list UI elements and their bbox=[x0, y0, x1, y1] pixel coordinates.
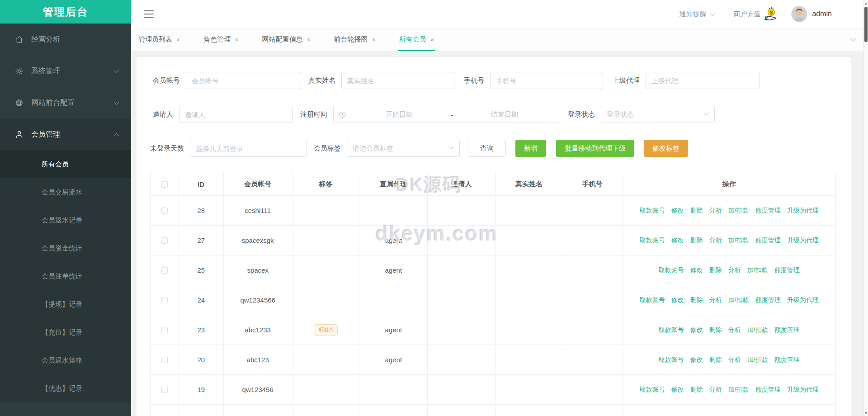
real-name-input[interactable] bbox=[341, 72, 454, 89]
action-link[interactable]: 删除 bbox=[709, 266, 722, 274]
row-checkbox[interactable] bbox=[161, 327, 168, 333]
sidebar-item-business-analysis[interactable]: 经营分析 bbox=[0, 24, 131, 55]
tab-close-icon[interactable]: × bbox=[235, 36, 238, 43]
action-link[interactable]: 修改 bbox=[671, 386, 684, 394]
tab-frontend-carousel[interactable]: 前台轮播图× bbox=[333, 28, 377, 51]
action-link[interactable]: 修改 bbox=[671, 236, 684, 245]
notification-dropdown[interactable]: 通知提醒 bbox=[679, 10, 714, 19]
action-link[interactable]: 取款账号 bbox=[659, 266, 684, 274]
sidebar-subitem-member-rebate-strategy[interactable]: 会员返水策略 bbox=[0, 346, 131, 374]
action-link[interactable]: 加/扣款 bbox=[747, 266, 768, 274]
merchant-recharge-button[interactable]: 商户充值 $ bbox=[733, 6, 779, 22]
action-link[interactable]: 修改 bbox=[690, 326, 703, 334]
sidebar-subitem-member-funds-stats[interactable]: 会员资金统计 bbox=[0, 234, 131, 262]
tab-role-management[interactable]: 角色管理× bbox=[203, 28, 239, 51]
action-link[interactable]: 分析 bbox=[709, 236, 722, 245]
parent-agent-input[interactable] bbox=[646, 72, 760, 89]
sidebar-subitem-all-members[interactable]: 所有会员 bbox=[0, 150, 131, 178]
avatar[interactable] bbox=[791, 6, 807, 22]
action-link[interactable]: 取款账号 bbox=[659, 356, 684, 364]
tabs-overflow-chevron-icon[interactable] bbox=[851, 28, 855, 51]
row-checkbox[interactable] bbox=[161, 237, 168, 244]
action-link[interactable]: 取款账号 bbox=[640, 386, 665, 394]
batch-move-to-agent-button[interactable]: 批量移动到代理下级 bbox=[556, 140, 634, 157]
scrollbar-up-arrow[interactable]: ▲ bbox=[864, 0, 868, 6]
action-link[interactable]: 加/扣款 bbox=[747, 326, 768, 334]
tab-close-icon[interactable]: × bbox=[307, 36, 310, 43]
action-link[interactable]: 额度管理 bbox=[755, 296, 781, 304]
action-link[interactable]: 额度管理 bbox=[774, 356, 800, 364]
action-link[interactable]: 分析 bbox=[709, 386, 722, 394]
action-link[interactable]: 删除 bbox=[690, 296, 703, 304]
action-link[interactable]: 删除 bbox=[690, 236, 703, 245]
action-link[interactable]: 取款账号 bbox=[640, 296, 665, 304]
action-link[interactable]: 额度管理 bbox=[755, 207, 781, 215]
action-link[interactable]: 额度管理 bbox=[774, 266, 800, 274]
action-link[interactable]: 加/扣款 bbox=[747, 356, 768, 364]
search-button[interactable]: 查询 bbox=[468, 140, 506, 157]
action-link[interactable]: 取款账号 bbox=[640, 207, 665, 215]
action-link[interactable]: 升级为代理 bbox=[787, 236, 819, 245]
edit-tag-button[interactable]: 修改标签 bbox=[644, 140, 688, 157]
tab-close-icon[interactable]: × bbox=[372, 36, 376, 43]
action-link[interactable]: 加/扣款 bbox=[728, 236, 749, 245]
action-link[interactable]: 升级为代理 bbox=[787, 207, 819, 215]
action-link[interactable]: 分析 bbox=[728, 266, 741, 274]
action-link[interactable]: 分析 bbox=[728, 326, 741, 334]
action-link[interactable]: 升级为代理 bbox=[787, 386, 819, 394]
days-not-login-input[interactable] bbox=[190, 140, 307, 157]
sidebar-subitem-recharge-records[interactable]: 【充值】记录 bbox=[0, 318, 131, 346]
action-link[interactable]: 加/扣款 bbox=[728, 386, 749, 394]
row-checkbox[interactable] bbox=[161, 208, 168, 214]
tab-all-members[interactable]: 所有会员× bbox=[398, 28, 435, 51]
action-link[interactable]: 分析 bbox=[709, 296, 722, 304]
action-link[interactable]: 加/扣款 bbox=[728, 207, 749, 215]
username[interactable]: admin bbox=[812, 10, 832, 18]
action-link[interactable]: 加/扣款 bbox=[728, 296, 749, 304]
sidebar-subitem-member-rebate-records[interactable]: 会员返水记录 bbox=[0, 206, 131, 234]
phone-input[interactable] bbox=[490, 72, 603, 89]
sidebar-item-system-management[interactable]: 系统管理 bbox=[0, 55, 131, 87]
action-link[interactable]: 额度管理 bbox=[755, 236, 781, 245]
inviter-input[interactable] bbox=[179, 106, 293, 123]
register-time-range-picker[interactable]: 开始日期 - 结束日期 bbox=[333, 106, 559, 123]
sidebar-item-member-management[interactable]: 会员管理 bbox=[0, 118, 131, 150]
action-link[interactable]: 额度管理 bbox=[774, 326, 800, 334]
add-button[interactable]: 新增 bbox=[515, 140, 546, 157]
sidebar-item-site-frontend-config[interactable]: 网站前台配置 bbox=[0, 87, 131, 118]
action-link[interactable]: 分析 bbox=[728, 356, 741, 364]
action-link[interactable]: 删除 bbox=[690, 386, 703, 394]
member-tag-select[interactable]: 请选会员标签 bbox=[347, 140, 460, 157]
action-link[interactable]: 分析 bbox=[709, 207, 722, 215]
select-all-checkbox[interactable] bbox=[161, 181, 168, 188]
scrollbar-thumb[interactable] bbox=[864, 7, 868, 42]
member-account-input[interactable] bbox=[186, 72, 301, 89]
row-checkbox[interactable] bbox=[161, 297, 168, 303]
hamburger-menu-icon[interactable] bbox=[144, 10, 154, 18]
login-status-select[interactable]: 登录状态 bbox=[601, 106, 715, 123]
sidebar-subitem-member-transaction-flow[interactable]: 会员交易流水 bbox=[0, 178, 131, 206]
scrollbar-down-arrow[interactable]: ▼ bbox=[864, 410, 868, 416]
vertical-scrollbar[interactable]: ▲ ▼ bbox=[863, 0, 868, 416]
action-link[interactable]: 修改 bbox=[690, 266, 703, 274]
tab-close-icon[interactable]: × bbox=[176, 36, 180, 43]
action-link[interactable]: 修改 bbox=[690, 356, 703, 364]
row-checkbox[interactable] bbox=[161, 267, 168, 274]
row-checkbox[interactable] bbox=[161, 387, 168, 393]
sidebar-subitem-member-bet-stats[interactable]: 会员注单统计 bbox=[0, 262, 131, 290]
action-link[interactable]: 取款账号 bbox=[640, 236, 665, 245]
sidebar-subitem-promo-records[interactable]: 【优惠】记录 bbox=[0, 374, 131, 402]
tab-admin-list[interactable]: 管理员列表× bbox=[137, 28, 181, 51]
tab-site-config[interactable]: 网站配置信息× bbox=[261, 28, 311, 51]
action-link[interactable]: 删除 bbox=[690, 207, 703, 215]
action-link[interactable]: 额度管理 bbox=[755, 386, 781, 394]
action-link[interactable]: 修改 bbox=[671, 296, 684, 304]
row-checkbox[interactable] bbox=[161, 357, 168, 363]
action-link[interactable]: 删除 bbox=[709, 326, 722, 334]
action-link[interactable]: 升级为代理 bbox=[787, 296, 819, 304]
action-link[interactable]: 取款账号 bbox=[659, 326, 684, 334]
action-link[interactable]: 删除 bbox=[709, 356, 722, 364]
tab-close-icon[interactable]: × bbox=[430, 36, 434, 43]
action-link[interactable]: 修改 bbox=[671, 207, 684, 215]
sidebar-subitem-withdraw-records[interactable]: 【提现】记录 bbox=[0, 290, 131, 318]
